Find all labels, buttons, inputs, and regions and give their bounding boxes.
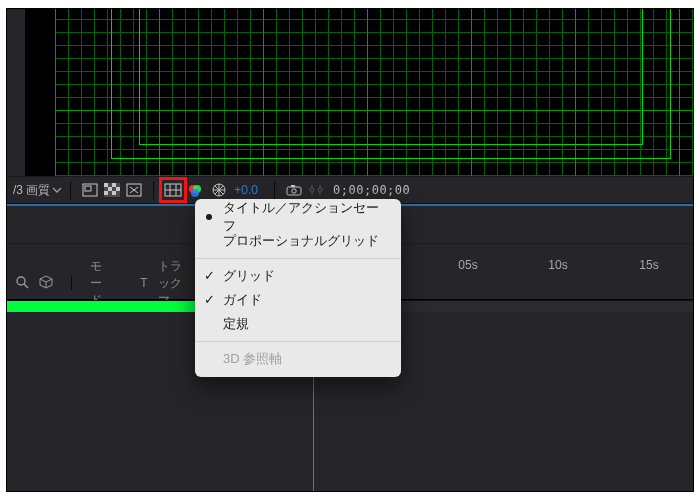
svg-rect-5: [108, 187, 112, 191]
menu-item-grid[interactable]: ✓ グリッド: [195, 264, 401, 288]
svg-point-16: [191, 189, 199, 197]
svg-rect-8: [112, 191, 116, 195]
svg-rect-6: [116, 187, 120, 191]
resolution-quality-label: /3 画質: [13, 182, 50, 199]
svg-rect-7: [104, 191, 108, 195]
search-icon[interactable]: [15, 275, 29, 292]
channels-icon[interactable]: [184, 180, 206, 200]
menu-item-3d-reference-axes[interactable]: 3D 参照軸: [195, 347, 401, 371]
svg-point-23: [17, 277, 25, 285]
separator: [274, 181, 275, 199]
svg-rect-1: [85, 186, 91, 191]
panel-gutter: [7, 9, 25, 176]
svg-line-24: [24, 284, 28, 288]
mask-visibility-icon[interactable]: [123, 180, 145, 200]
menu-item-label: 定規: [223, 315, 249, 333]
ruler-tick-label: 15s: [639, 258, 658, 272]
current-timecode[interactable]: 0;00;00;00: [333, 183, 410, 197]
ruler-tick-label: 05s: [458, 258, 477, 272]
menu-item-rulers[interactable]: 定規: [195, 312, 401, 336]
region-of-interest-icon[interactable]: [79, 180, 101, 200]
menu-divider: [195, 258, 401, 259]
snapshot-icon[interactable]: [283, 180, 305, 200]
track-matte-prefix: T: [140, 276, 147, 290]
menu-item-guide[interactable]: ✓ ガイド: [195, 288, 401, 312]
separator: [153, 181, 154, 199]
bullet-icon: [206, 214, 212, 220]
menu-item-title-action-safe[interactable]: タイトル／アクションセーフ: [195, 205, 401, 229]
svg-rect-4: [112, 183, 116, 187]
svg-rect-3: [104, 183, 108, 187]
grid-and-guides-button[interactable]: [162, 180, 184, 200]
svg-rect-18: [287, 187, 301, 195]
menu-item-proportional-grid[interactable]: プロポーショナルグリッド: [195, 229, 401, 253]
svg-rect-19: [291, 185, 295, 187]
exposure-value[interactable]: +0.0: [234, 183, 258, 197]
check-icon: ✓: [204, 292, 215, 307]
separator: [70, 181, 71, 199]
svg-point-22: [318, 188, 322, 192]
timeline-columns-header: モード T トラックマ: [7, 265, 197, 301]
menu-item-label: ガイド: [223, 291, 262, 309]
grid-guides-menu: タイトル／アクションセーフ プロポーショナルグリッド ✓ グリッド ✓ ガイド …: [195, 199, 401, 377]
app-frame: /3 画質 +0.0 0;00;00;00: [6, 8, 694, 492]
aperture-icon[interactable]: [208, 180, 230, 200]
check-icon: ✓: [204, 268, 215, 283]
svg-point-20: [292, 189, 296, 193]
title-safe-rect: [139, 9, 643, 145]
composition-viewport[interactable]: [25, 9, 693, 176]
chevron-down-icon[interactable]: [52, 185, 62, 195]
cube-icon[interactable]: [39, 275, 53, 292]
menu-divider: [195, 341, 401, 342]
menu-item-label: グリッド: [223, 267, 275, 285]
menu-item-label: 3D 参照軸: [223, 350, 282, 368]
ruler-tick-label: 10s: [548, 258, 567, 272]
svg-point-21: [310, 188, 314, 192]
mixer-icon[interactable]: [305, 180, 327, 200]
separator: [71, 276, 72, 290]
transparency-grid-icon[interactable]: [101, 180, 123, 200]
menu-item-label: プロポーショナルグリッド: [223, 232, 379, 250]
